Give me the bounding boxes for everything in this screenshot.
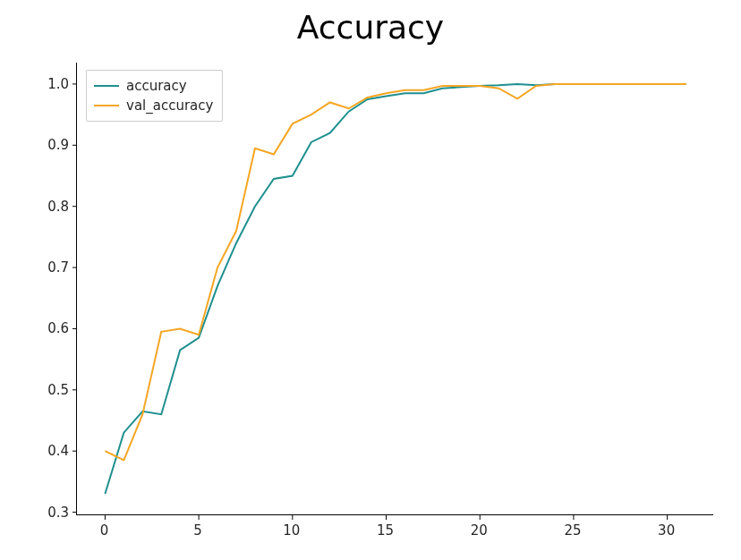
- legend-swatch-val-accuracy: [94, 105, 119, 106]
- xtick-5: 5: [193, 522, 202, 539]
- chart-axes: accuracy val_accuracy: [76, 63, 713, 515]
- legend: accuracy val_accuracy: [86, 70, 223, 122]
- line-accuracy: [105, 84, 686, 494]
- ytick-0_4: 0.4: [40, 443, 69, 459]
- xtick-25: 25: [564, 522, 581, 539]
- chart-figure: Accuracy accuracy val_accuracy 0 5 10 15…: [0, 0, 741, 560]
- ytick-1_0: 1.0: [40, 76, 69, 92]
- ytick-0_7: 0.7: [40, 259, 69, 276]
- legend-label-val-accuracy: val_accuracy: [126, 98, 213, 114]
- xtick-20: 20: [471, 522, 488, 539]
- ytick-0_9: 0.9: [40, 137, 69, 153]
- legend-item-val-accuracy: val_accuracy: [94, 96, 213, 115]
- line-val_accuracy: [105, 84, 686, 461]
- ytick-0_5: 0.5: [40, 382, 69, 398]
- plot-area: [77, 63, 714, 515]
- ytick-0_8: 0.8: [40, 199, 69, 215]
- xtick-30: 30: [658, 522, 675, 539]
- legend-swatch-accuracy: [94, 85, 119, 87]
- xtick-10: 10: [283, 522, 300, 539]
- xtick-15: 15: [377, 522, 394, 539]
- ytick-0_6: 0.6: [40, 320, 69, 336]
- legend-label-accuracy: accuracy: [126, 78, 187, 94]
- ytick-0_3: 0.3: [40, 505, 69, 521]
- chart-title: Accuracy: [0, 9, 741, 46]
- xtick-0: 0: [100, 522, 109, 539]
- legend-item-accuracy: accuracy: [94, 76, 213, 96]
